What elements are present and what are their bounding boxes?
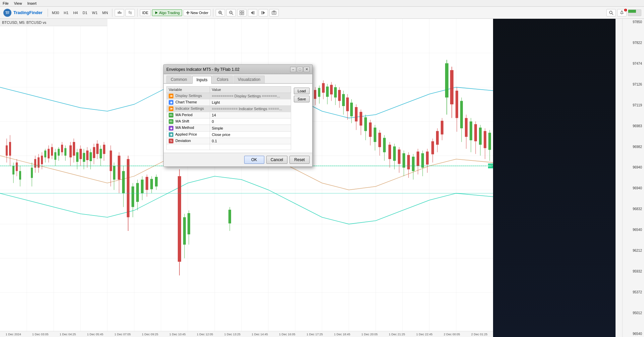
val-cell[interactable]: 0 (210, 118, 291, 125)
var-name: Display Settings (175, 94, 202, 98)
empty-cell (167, 144, 210, 150)
var-cell: ◈ MA Method (167, 125, 210, 131)
params-table-container: Variable Value ≫ Display Settings ======… (166, 86, 291, 150)
var-cell: ½ Deviation (167, 138, 210, 144)
table-row: ◈ Applied Price Close price (167, 131, 291, 138)
dialog-title-text: Envelopes Indicator MT5 - By TFlab 1.02 (166, 67, 239, 72)
var-icon-green2: 01 (169, 119, 173, 124)
var-icon-red: ½ (169, 139, 173, 143)
minimize-button[interactable]: − (290, 67, 296, 72)
table-row: ½ Deviation 0.1 (167, 138, 291, 144)
val-cell[interactable]: 14 (210, 112, 291, 118)
cancel-button[interactable]: Cancel (266, 156, 287, 164)
var-name: MA Method (175, 126, 194, 130)
dialog-titlebar[interactable]: Envelopes Indicator MT5 - By TFlab 1.02 … (164, 65, 312, 74)
val-cell[interactable]: 0.1 (210, 138, 291, 144)
table-row: ≫ Display Settings ========== Display Se… (167, 93, 291, 99)
var-icon-blue: ◈ (169, 100, 173, 105)
table-row: ◈ MA Method Simple (167, 125, 291, 131)
tab-visualization[interactable]: Visualization (233, 76, 265, 83)
close-button[interactable]: ✕ (304, 67, 310, 72)
table-row: 01 MA Period 14 (167, 112, 291, 118)
maximize-button[interactable]: □ (297, 67, 303, 72)
var-cell: ◈ Chart Theme (167, 99, 210, 106)
var-icon-purple: ◈ (169, 126, 173, 131)
side-buttons-panel: Load Save (294, 86, 310, 150)
val-cell[interactable]: Light (210, 99, 291, 106)
var-name: Applied Price (175, 132, 197, 136)
var-name: Chart Theme (175, 100, 197, 104)
var-name: Deviation (175, 139, 191, 143)
tab-common[interactable]: Common (166, 76, 192, 83)
val-cell[interactable]: ============ Indicator Settings =====... (210, 106, 291, 112)
empty-cell-2 (210, 144, 291, 150)
dialog-footer: OK Cancel Reset (164, 153, 312, 166)
dialog-body: Variable Value ≫ Display Settings ======… (164, 84, 312, 153)
var-cell: ≫ Display Settings (167, 93, 210, 99)
var-icon-green: 01 (169, 113, 173, 117)
tab-inputs[interactable]: Inputs (192, 76, 212, 84)
table-row: ◈ Chart Theme Light (167, 99, 291, 106)
tab-colors[interactable]: Colors (212, 76, 233, 83)
indicator-settings-dialog: Envelopes Indicator MT5 - By TFlab 1.02 … (163, 64, 313, 167)
var-name: MA Shift (175, 119, 189, 123)
var-icon-teal: ◈ (169, 132, 173, 137)
table-row-empty (167, 144, 291, 150)
dialog-overlay: Envelopes Indicator MT5 - By TFlab 1.02 … (0, 0, 644, 337)
var-cell: 01 MA Shift (167, 118, 210, 125)
var-cell: 01 MA Period (167, 112, 210, 118)
reset-button[interactable]: Reset (289, 156, 310, 164)
var-name: MA Period (175, 113, 193, 117)
var-name: Indicator Settings (175, 106, 204, 110)
col-value: Value (210, 87, 291, 93)
parameters-table: Variable Value ≫ Display Settings ======… (166, 86, 291, 150)
val-cell[interactable]: Simple (210, 125, 291, 131)
val-cell[interactable]: Close price (210, 131, 291, 138)
save-button[interactable]: Save (294, 96, 310, 102)
val-cell[interactable]: ========== Display Settings =======... (210, 93, 291, 99)
ok-button[interactable]: OK (244, 156, 264, 164)
table-row: 01 MA Shift 0 (167, 118, 291, 125)
table-row: ≫ Indicator Settings ============ Indica… (167, 106, 291, 112)
var-cell: ≫ Indicator Settings (167, 106, 210, 112)
col-variable: Variable (167, 87, 210, 93)
load-button[interactable]: Load (294, 88, 310, 94)
var-icon-orange: ≫ (169, 94, 173, 98)
dialog-tabs: Common Inputs Colors Visualization (164, 74, 312, 84)
dialog-window-controls: − □ ✕ (290, 67, 310, 72)
var-cell: ◈ Applied Price (167, 131, 210, 138)
var-icon-orange2: ≫ (169, 106, 173, 111)
